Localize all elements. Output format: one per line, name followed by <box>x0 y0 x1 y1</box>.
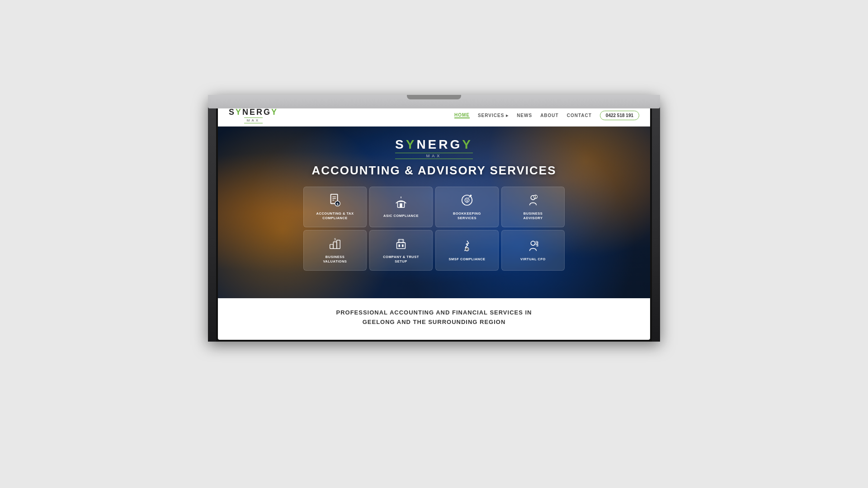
logo: SYNERGY MAX <box>229 108 278 123</box>
svg-rect-22 <box>402 244 404 247</box>
service-virtual-cfo[interactable]: VIRTUAL CFO <box>501 230 565 271</box>
svg-text:$: $ <box>334 238 336 241</box>
advisory-icon: $ <box>526 193 540 209</box>
svg-text:$: $ <box>466 199 468 203</box>
service-asic-compliance[interactable]: ASIC COMPLIANCE <box>369 187 433 227</box>
asic-icon <box>394 196 408 211</box>
svg-rect-21 <box>398 244 400 247</box>
smsf-icon: $ <box>460 239 474 254</box>
nav-home[interactable]: HOME <box>454 113 470 118</box>
laptop-notch <box>407 95 461 99</box>
hero-section: SYNERGY MAX ACCOUNTING & ADVISORY SERVIC… <box>218 127 650 298</box>
logo-text: SYNERGY <box>229 108 278 117</box>
laptop-body: SYNERGY MAX HOME SERVICES ▸ NEWS ABOUT C… <box>208 95 660 342</box>
service-business-advisory[interactable]: $ BUSINESSADVISORY <box>501 187 565 227</box>
accounting-icon: $ <box>328 193 342 209</box>
service-accounting-tax[interactable]: $ ACCOUNTING & TAXCOMPLIANCE <box>303 187 367 227</box>
service-smsf[interactable]: $ SMSF COMPLIANCE <box>435 230 499 271</box>
bookkeeping-label: BOOKKEEPINGSERVICES <box>453 211 481 221</box>
svg-rect-7 <box>400 203 402 207</box>
svg-text:$: $ <box>466 248 468 251</box>
laptop-screen-outer: SYNERGY MAX HOME SERVICES ▸ NEWS ABOUT C… <box>216 103 652 342</box>
company-icon <box>394 237 408 252</box>
bottom-text: PROFESSIONAL ACCOUNTING AND FINANCIAL SE… <box>236 308 632 327</box>
cfo-icon <box>526 239 540 254</box>
phone-button[interactable]: 0422 518 191 <box>600 111 639 120</box>
services-grid: $ ACCOUNTING & TAXCOMPLIANCE <box>303 187 565 271</box>
valuations-label: BUSINESSVALUATIONS <box>323 255 347 264</box>
svg-rect-17 <box>333 242 337 249</box>
nav-services[interactable]: SERVICES ▸ <box>478 113 509 118</box>
valuations-icon: $ <box>328 237 342 252</box>
svg-point-29 <box>531 241 535 245</box>
service-company-trust[interactable]: COMPANY & TRUSTSETUP <box>369 230 433 271</box>
main-nav: HOME SERVICES ▸ NEWS ABOUT CONTACT 0422 … <box>454 111 639 120</box>
company-trust-label: COMPANY & TRUSTSETUP <box>383 255 419 264</box>
accounting-tax-label: ACCOUNTING & TAXCOMPLIANCE <box>316 211 354 221</box>
advisory-label: BUSINESSADVISORY <box>524 211 543 221</box>
svg-rect-20 <box>397 243 406 249</box>
asic-label: ASIC COMPLIANCE <box>383 214 419 218</box>
bottom-section: PROFESSIONAL ACCOUNTING AND FINANCIAL SE… <box>218 298 650 337</box>
svg-rect-24 <box>398 239 403 243</box>
svg-rect-16 <box>330 244 334 249</box>
laptop-screen: SYNERGY MAX HOME SERVICES ▸ NEWS ABOUT C… <box>218 105 650 340</box>
cfo-label: VIRTUAL CFO <box>520 257 546 262</box>
hero-logo-text: SYNERGY <box>395 137 473 152</box>
bookkeeping-icon: $ <box>460 193 474 209</box>
laptop-hinge <box>208 95 660 108</box>
nav-contact[interactable]: CONTACT <box>567 113 592 118</box>
smsf-label: SMSF COMPLIANCE <box>449 257 486 262</box>
laptop-frame: SYNERGY MAX HOME SERVICES ▸ NEWS ABOUT C… <box>208 95 660 393</box>
website-container: SYNERGY MAX HOME SERVICES ▸ NEWS ABOUT C… <box>218 105 650 337</box>
nav-about[interactable]: ABOUT <box>540 113 559 118</box>
hero-logo: SYNERGY MAX <box>395 137 473 159</box>
logo-sub: MAX <box>244 117 263 123</box>
service-bookkeeping[interactable]: $ BOOKKEEPINGSERVICES <box>435 187 499 227</box>
svg-text:$: $ <box>535 196 537 199</box>
svg-point-12 <box>470 195 472 197</box>
nav-news[interactable]: NEWS <box>517 113 532 118</box>
hero-logo-sub: MAX <box>395 153 473 159</box>
hero-title: ACCOUNTING & ADVISORY SERVICES <box>311 164 556 178</box>
svg-rect-18 <box>337 240 340 249</box>
service-business-valuations[interactable]: $ BUSINESSVALUATIONS <box>303 230 367 271</box>
